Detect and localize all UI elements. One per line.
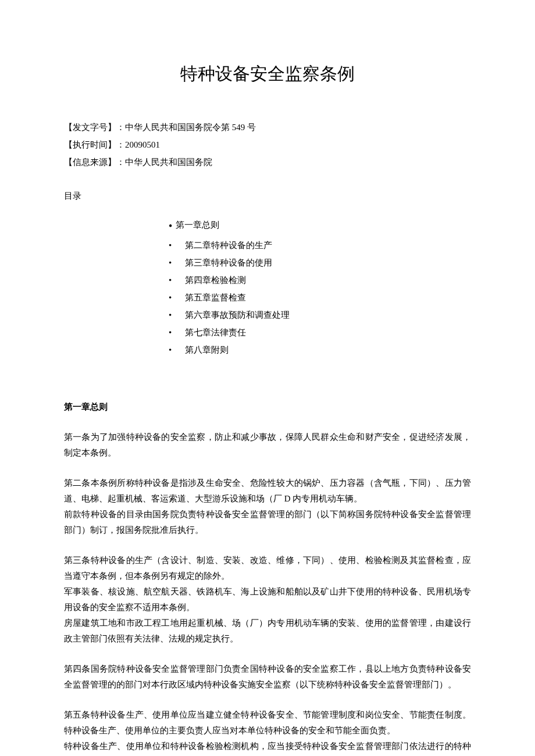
- toc-item-text: 第一章总则: [176, 220, 219, 230]
- bullet-icon: •: [169, 289, 174, 306]
- meta-exectime-value: 20090501: [125, 140, 160, 149]
- toc-item: •第八章附则: [169, 341, 471, 359]
- meta-exectime: 【执行时间】：20090501: [64, 136, 471, 153]
- article-paragraph: 第五条特种设备生产、使用单位应当建立健全特种设备安全、节能管理制度和岗位安全、节…: [64, 707, 471, 739]
- toc-item-text: 第三章特种设备的使用: [185, 258, 272, 267]
- meta-docno-label: 【发文字号】：: [64, 123, 125, 132]
- article-paragraph: 特种设备生产、使用单位和特种设备检验检测机构，应当接受特种设备安全监督管理部门依…: [64, 739, 471, 756]
- document-meta: 【发文字号】：中华人民共和国国务院令第 549 号 【执行时间】：2009050…: [64, 119, 471, 171]
- meta-source: 【信息来源】：中华人民共和国国务院: [64, 153, 471, 171]
- article-paragraph: 第二条本条例所称特种设备是指涉及生命安全、危险性较大的锅炉、压力容器（含气瓶，下…: [64, 475, 471, 507]
- bullet-icon: •: [169, 237, 174, 254]
- bullet-icon: •: [169, 324, 174, 341]
- meta-source-label: 【信息来源】：: [64, 157, 125, 167]
- chapter-heading: 第一章总则: [64, 399, 471, 415]
- toc-item: •第四章检验检测: [169, 271, 471, 289]
- toc-item: •第二章特种设备的生产: [169, 237, 471, 254]
- toc-item: •第一章总则: [169, 216, 471, 237]
- toc-item-text: 第二章特种设备的生产: [185, 241, 272, 250]
- toc-item: •第六章事故预防和调查处理: [169, 306, 471, 324]
- article-paragraph: 前款特种设备的目录由国务院负责特种设备安全监督管理的部门（以下简称国务院特种设备…: [64, 507, 471, 538]
- bullet-icon: •: [169, 271, 174, 289]
- article-paragraph: 房屋建筑工地和市政工程工地用起重机械、场（厂）内专用机动车辆的安装、使用的监督管…: [64, 615, 471, 647]
- bullet-icon: •: [169, 306, 174, 324]
- toc-item: •第三章特种设备的使用: [169, 254, 471, 271]
- toc-item-text: 第八章附则: [185, 345, 229, 354]
- meta-docno-value: 中华人民共和国国务院令第 549 号: [125, 123, 256, 132]
- meta-exectime-label: 【执行时间】：: [64, 140, 125, 149]
- article-paragraph: 第三条特种设备的生产（含设计、制造、安装、改造、维修，下同）、使用、检验检测及其…: [64, 553, 471, 584]
- toc-item: •第五章监督检查: [169, 289, 471, 306]
- table-of-contents: •第一章总则 •第二章特种设备的生产 •第三章特种设备的使用 •第四章检验检测 …: [64, 216, 471, 359]
- toc-label: 目录: [64, 188, 471, 204]
- meta-docno: 【发文字号】：中华人民共和国国务院令第 549 号: [64, 119, 471, 136]
- article-paragraph: 第一条为了加强特种设备的安全监察，防止和减少事故，保障人民群众生命和财产安全，促…: [64, 429, 471, 461]
- toc-item-text: 第六章事故预防和调查处理: [185, 310, 290, 320]
- meta-source-value: 中华人民共和国国务院: [125, 157, 212, 167]
- article-paragraph: 第四条国务院特种设备安全监督管理部门负责全国特种设备的安全监察工作，县以上地方负…: [64, 661, 471, 693]
- article-paragraph: 军事装备、核设施、航空航天器、铁路机车、海上设施和船舶以及矿山井下使用的特种设备…: [64, 584, 471, 615]
- toc-item: •第七章法律责任: [169, 324, 471, 341]
- toc-item-text: 第五章监督检查: [185, 293, 246, 302]
- document-title: 特种设备安全监察条例: [64, 58, 471, 89]
- bullet-icon: •: [169, 341, 174, 359]
- toc-item-text: 第七章法律责任: [185, 328, 246, 337]
- bullet-icon: •: [169, 216, 174, 237]
- bullet-icon: •: [169, 254, 174, 271]
- toc-item-text: 第四章检验检测: [185, 275, 246, 285]
